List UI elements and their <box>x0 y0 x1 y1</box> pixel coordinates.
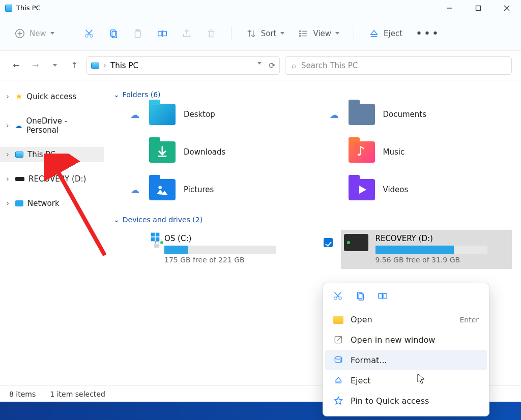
sidebar-item-recovery[interactable]: ›RECOVERY (D:) <box>0 171 104 187</box>
delete-button[interactable] <box>200 25 222 42</box>
rename-icon <box>377 290 388 302</box>
star-outline-icon <box>333 396 343 406</box>
new-label: New <box>30 29 46 38</box>
drive-recovery-d[interactable]: RECOVERY (D:) 9.56 GB free of 31.9 GB <box>341 230 512 269</box>
ctx-label: Open in new window <box>351 335 435 345</box>
window-title: This PC <box>16 4 41 12</box>
history-button[interactable] <box>48 58 62 73</box>
folder-icon <box>149 179 176 200</box>
folder-open-icon <box>333 316 343 324</box>
svg-point-26 <box>158 186 162 189</box>
forward-button[interactable]: → <box>28 58 43 73</box>
share-button[interactable] <box>176 25 197 42</box>
more-button[interactable]: ••• <box>411 24 445 43</box>
svg-point-18 <box>300 31 301 32</box>
ctx-format[interactable]: Format... <box>325 350 487 370</box>
eject-button[interactable]: Eject <box>363 25 408 42</box>
folder-label: Downloads <box>184 147 225 157</box>
ctx-shortcut: Enter <box>459 316 479 324</box>
ctx-eject[interactable]: Eject <box>325 370 487 391</box>
paste-button[interactable] <box>127 25 149 42</box>
refresh-button[interactable]: ⟳ <box>269 61 275 70</box>
separator <box>69 26 69 41</box>
eject-label: Eject <box>384 29 402 38</box>
svg-rect-1 <box>476 6 481 10</box>
new-button[interactable]: New <box>9 25 60 42</box>
close-button[interactable] <box>493 0 521 16</box>
paste-icon <box>132 28 143 39</box>
view-button[interactable]: View <box>293 25 344 42</box>
search-box[interactable]: ⌕ Search This PC <box>285 56 512 75</box>
ctx-rename-button[interactable] <box>377 290 388 304</box>
cloud-icon: ☁ <box>15 122 22 130</box>
maximize-button[interactable] <box>464 0 493 16</box>
folder-downloads[interactable]: Downloads <box>129 141 313 163</box>
share-icon <box>181 28 192 39</box>
back-button[interactable]: ← <box>9 58 23 73</box>
sidebar-item-label: RECOVERY (D:) <box>28 174 86 184</box>
drive-name: OS (C:) <box>164 234 321 243</box>
ctx-open-new-window[interactable]: Open in new window <box>325 329 487 350</box>
sidebar: ›★Quick access ›☁OneDrive - Personal ›Th… <box>0 80 104 385</box>
drive-os-c[interactable]: OS (C:) 175 GB free of 221 GB <box>154 230 326 269</box>
sidebar-item-label: Quick access <box>26 92 76 101</box>
svg-point-42 <box>335 356 341 359</box>
pc-icon <box>91 63 99 69</box>
app-icon <box>5 5 12 12</box>
sidebar-item-label: This PC <box>27 150 55 159</box>
folder-documents[interactable]: ☁ Documents <box>328 104 512 125</box>
folder-desktop[interactable]: ☁ Desktop <box>129 104 313 125</box>
eject-icon <box>333 375 343 385</box>
svg-rect-15 <box>158 31 161 36</box>
group-drives-header[interactable]: ⌄ Devices and drives (2) <box>113 216 512 224</box>
folder-icon: ♪ <box>349 141 375 163</box>
svg-rect-38 <box>379 293 382 298</box>
folder-music[interactable]: ♪ Music <box>328 141 512 163</box>
ctx-copy-button[interactable] <box>355 290 366 304</box>
separator <box>354 26 354 41</box>
folder-pictures[interactable]: ☁ Pictures <box>129 179 313 200</box>
search-icon: ⌕ <box>292 61 296 70</box>
star-icon: ★ <box>15 92 22 101</box>
sidebar-item-network[interactable]: ›Network <box>0 196 104 211</box>
chevron-down-icon[interactable] <box>257 62 262 65</box>
up-button[interactable]: ↑ <box>67 58 81 73</box>
address-path: This PC <box>110 61 138 70</box>
chevron-down-icon: ⌄ <box>113 216 120 224</box>
format-icon <box>333 355 343 365</box>
ctx-open[interactable]: Open Enter <box>325 310 487 329</box>
sort-icon <box>246 28 257 39</box>
svg-rect-31 <box>154 244 160 248</box>
sidebar-item-onedrive[interactable]: ›☁OneDrive - Personal <box>0 113 104 138</box>
rename-icon <box>157 28 168 39</box>
svg-point-20 <box>300 33 301 34</box>
address-bar[interactable]: › This PC ⟳ <box>86 56 280 75</box>
rename-button[interactable] <box>152 25 173 42</box>
svg-point-22 <box>300 35 301 37</box>
folder-label: Desktop <box>184 110 215 119</box>
sort-button[interactable]: Sort <box>241 25 290 42</box>
ctx-pin[interactable]: Pin to Quick access <box>325 391 487 411</box>
chevron-down-icon <box>50 32 54 35</box>
ctx-label: Format... <box>351 355 387 365</box>
sidebar-item-quick-access[interactable]: ›★Quick access <box>0 88 104 104</box>
minimize-button[interactable] <box>436 0 464 16</box>
ctx-cut-button[interactable] <box>332 290 343 304</box>
sidebar-item-label: OneDrive - Personal <box>26 116 99 135</box>
drive-icon <box>344 234 368 251</box>
group-folders-header[interactable]: ⌄ Folders (6) <box>113 91 512 99</box>
title-bar: This PC <box>0 0 521 16</box>
svg-rect-37 <box>359 293 363 300</box>
sidebar-item-this-pc[interactable]: ›This PC <box>0 147 104 162</box>
drive-icon <box>15 177 24 181</box>
folder-label: Music <box>383 147 405 157</box>
cloud-icon: ☁ <box>129 109 141 120</box>
ctx-label: Pin to Quick access <box>351 396 429 406</box>
group-label: Devices and drives (2) <box>123 216 202 224</box>
folder-label: Documents <box>383 110 427 119</box>
drive-name: RECOVERY (D:) <box>375 234 507 243</box>
cut-button[interactable] <box>78 25 100 42</box>
copy-button[interactable] <box>103 25 124 42</box>
folder-videos[interactable]: Videos <box>328 179 512 200</box>
copy-icon <box>108 28 119 39</box>
